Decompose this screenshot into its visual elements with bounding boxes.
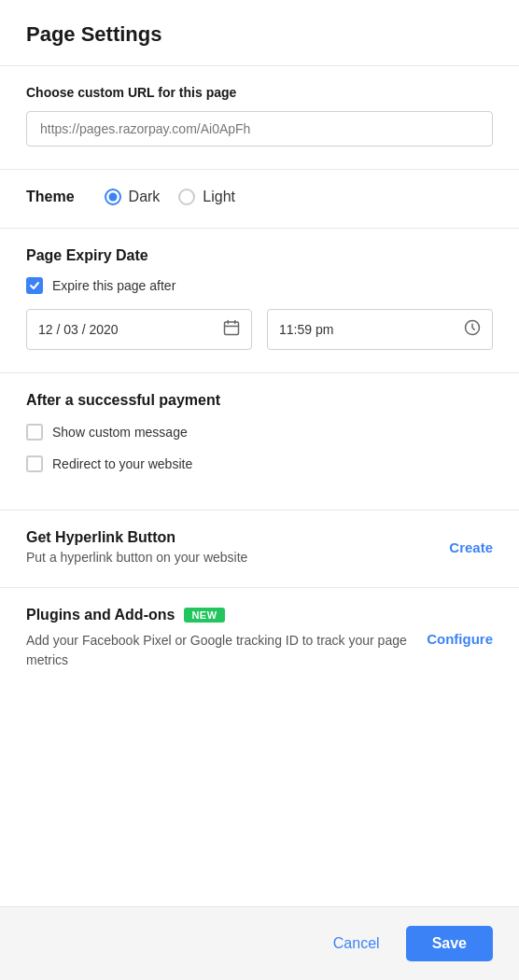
create-button[interactable]: Create [449,539,493,555]
theme-radio-light[interactable] [178,189,195,205]
save-button[interactable]: Save [406,926,493,961]
expire-checkbox[interactable] [26,277,43,294]
plugins-title-row: Plugins and Add-ons NEW [26,607,415,623]
custom-message-row: Show custom message [26,424,493,441]
new-badge: NEW [184,608,224,623]
theme-section: Theme Dark Light [0,170,519,228]
cancel-button[interactable]: Cancel [322,928,391,959]
custom-message-label: Show custom message [52,425,188,440]
clock-icon [464,319,481,340]
plugins-title: Plugins and Add-ons [26,607,175,623]
custom-message-checkbox[interactable] [26,424,43,441]
calendar-icon [223,319,240,340]
hyperlink-text-block: Get Hyperlink Button Put a hyperlink but… [26,529,438,565]
theme-option-dark[interactable]: Dark [105,189,161,205]
theme-label: Theme [26,189,75,205]
hyperlink-title: Get Hyperlink Button [26,529,438,546]
checkmark-icon [29,280,40,291]
theme-radio-group: Dark Light [105,189,235,205]
content-area: Page Settings Choose custom URL for this… [0,0,519,906]
page-title-section: Page Settings [0,0,519,65]
after-payment-title: After a successful payment [26,392,493,409]
theme-light-label: Light [203,189,235,205]
custom-url-section: Choose custom URL for this page [0,66,519,169]
expiry-title: Page Expiry Date [26,247,493,264]
date-input-wrapper[interactable] [26,309,252,350]
footer-bar: Cancel Save [0,906,519,980]
date-input[interactable] [38,322,214,337]
date-time-row [26,309,493,350]
theme-dark-label: Dark [129,189,161,205]
hyperlink-description: Put a hyperlink button on your website [26,550,438,565]
page-title: Page Settings [26,22,493,47]
redirect-label: Redirect to your website [52,456,192,471]
expire-checkbox-label: Expire this page after [52,278,175,293]
time-input-wrapper[interactable] [267,309,493,350]
custom-url-input[interactable] [26,111,493,147]
after-payment-section: After a successful payment Show custom m… [0,373,519,510]
hyperlink-section: Get Hyperlink Button Put a hyperlink but… [0,511,519,587]
plugins-section: Plugins and Add-ons NEW Add your Faceboo… [0,588,519,693]
plugins-description: Add your Facebook Pixel or Google tracki… [26,631,415,670]
configure-button[interactable]: Configure [427,631,493,647]
theme-option-light[interactable]: Light [178,189,235,205]
redirect-checkbox[interactable] [26,455,43,472]
time-input[interactable] [279,322,455,337]
svg-rect-0 [225,322,239,335]
theme-radio-dark[interactable] [105,189,121,205]
expiry-section: Page Expiry Date Expire this page after [0,229,519,372]
custom-url-label: Choose custom URL for this page [26,85,493,100]
plugins-text-block: Plugins and Add-ons NEW Add your Faceboo… [26,607,415,670]
expire-checkbox-row: Expire this page after [26,277,493,294]
redirect-row: Redirect to your website [26,455,493,472]
page-settings-panel: Page Settings Choose custom URL for this… [0,0,519,980]
